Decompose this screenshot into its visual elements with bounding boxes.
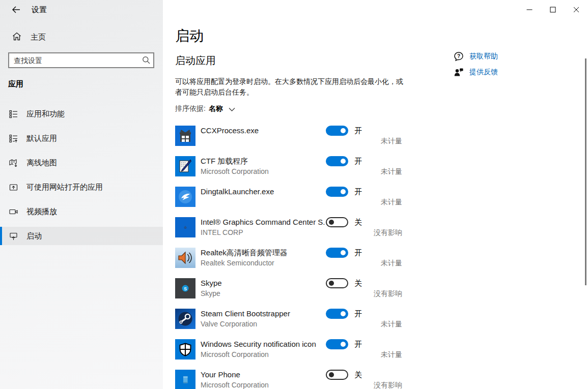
sort-dropdown[interactable]: 排序依据: 名称 — [175, 104, 235, 113]
apps-for-websites-icon — [9, 183, 18, 192]
impact-label: 未计量 — [381, 259, 402, 268]
page-title: 启动 — [175, 26, 204, 46]
app-row: Intel® Graphics Command Center S... INTE… — [175, 217, 402, 237]
default-apps-icon — [9, 134, 18, 143]
impact-label: 没有影响 — [374, 381, 402, 389]
back-arrow-icon — [12, 6, 20, 16]
your-phone-app-icon — [175, 370, 195, 389]
app-row: Steam Client Bootstrapper Valve Corporat… — [175, 309, 402, 329]
app-row: Realtek高清晰音频管理器 Realtek Semiconductor 开 … — [175, 248, 402, 268]
app-row: S Skype Skype 关 没有影响 — [175, 278, 402, 298]
toggle-knob — [341, 128, 346, 133]
realtek-audio-app-icon — [175, 248, 195, 268]
toggle-knob — [341, 189, 346, 194]
svg-text:S: S — [184, 286, 187, 291]
get-help-icon: ? — [453, 51, 464, 62]
sidebar-item-label: 默认应用 — [26, 134, 57, 143]
chevron-down-icon — [229, 105, 235, 113]
startup-toggle[interactable] — [326, 217, 348, 227]
sidebar-item-video-playback[interactable]: 视频播放 — [0, 202, 163, 221]
app-row: Your Phone Microsoft Corporation 关 没有影响 — [175, 370, 402, 389]
app-name: Realtek高清晰音频管理器 — [201, 248, 325, 258]
toggle-state-label: 开 — [354, 309, 362, 319]
startup-toggle[interactable] — [326, 339, 348, 349]
impact-label: 未计量 — [381, 350, 402, 360]
toggle-state-label: 开 — [354, 187, 362, 197]
sidebar-item-label: 应用和功能 — [26, 109, 65, 119]
feedback-link[interactable]: 提供反馈 — [453, 67, 498, 77]
app-publisher: Skype — [201, 289, 220, 298]
sort-value: 名称 — [209, 104, 223, 113]
minimize-icon — [526, 6, 533, 15]
sidebar-section-heading: 应用 — [8, 79, 23, 89]
app-publisher: Microsoft Corporation — [201, 350, 269, 359]
startup-icon — [9, 232, 18, 241]
ctf-loader-app-icon — [175, 156, 195, 176]
startup-toggle[interactable] — [326, 187, 348, 197]
search-box — [8, 52, 154, 68]
intel-gcc-app-icon — [175, 217, 195, 237]
sort-label: 排序依据: — [175, 104, 206, 113]
offline-maps-icon — [9, 159, 18, 167]
sidebar-item-startup[interactable]: 启动 — [0, 227, 163, 245]
toggle-state-label: 开 — [354, 157, 362, 166]
close-icon — [573, 6, 579, 15]
toggle-knob — [341, 311, 346, 316]
minimize-button[interactable] — [518, 0, 541, 20]
dingtalk-app-icon — [175, 187, 195, 207]
windows-security-app-icon — [175, 339, 195, 360]
startup-toggle[interactable] — [326, 156, 348, 166]
sidebar-item-offline-maps[interactable]: 离线地图 — [0, 154, 163, 172]
sidebar-item-apps-and-features[interactable]: 应用和功能 — [0, 105, 163, 123]
toggle-state-label: 开 — [354, 248, 362, 258]
maximize-button[interactable] — [541, 0, 565, 20]
get-help-label: 获取帮助 — [469, 52, 498, 61]
app-name: DingtalkLauncher.exe — [201, 187, 325, 197]
toggle-knob — [341, 159, 346, 164]
back-button[interactable] — [8, 4, 23, 18]
app-row: CTF 加载程序 Microsoft Corporation 开 未计量 — [175, 156, 402, 176]
sidebar-item-apps-for-websites[interactable]: 可使用网站打开的应用 — [0, 178, 163, 196]
startup-app-list: CCXProcess.exe 开 未计量 CTF 加载程序 Microsoft … — [175, 126, 402, 389]
video-playback-icon — [9, 207, 18, 216]
toggle-knob — [341, 250, 346, 255]
sidebar-item-label: 离线地图 — [26, 158, 57, 168]
feedback-label: 提供反馈 — [469, 68, 498, 77]
app-name: Your Phone — [201, 370, 325, 380]
impact-label: 未计量 — [381, 320, 402, 329]
page-description: 可以将应用配置为登录时启动。在大多数情况下应用启动后会最小化，或者可能只启动后台… — [175, 76, 407, 98]
startup-toggle[interactable] — [326, 248, 348, 258]
app-name: Skype — [201, 278, 325, 288]
app-publisher: Valve Corporation — [201, 319, 257, 328]
app-publisher: INTEL CORP — [201, 228, 243, 237]
close-button[interactable] — [565, 0, 588, 20]
toggle-state-label: 关 — [354, 279, 362, 288]
toggle-state-label: 开 — [354, 126, 362, 136]
feedback-icon — [453, 67, 464, 77]
startup-toggle[interactable] — [326, 126, 348, 136]
startup-toggle[interactable] — [326, 278, 348, 288]
app-name: Intel® Graphics Command Center S... — [201, 217, 325, 227]
startup-toggle[interactable] — [326, 370, 348, 380]
app-name: Steam Client Bootstrapper — [201, 309, 325, 319]
window-controls — [518, 0, 588, 20]
sidebar-item-home[interactable]: 主页 — [0, 28, 163, 46]
app-row: CCXProcess.exe 开 未计量 — [175, 126, 402, 146]
search-icon[interactable] — [142, 56, 150, 66]
toggle-knob — [341, 342, 346, 347]
search-input[interactable] — [8, 52, 154, 68]
sidebar: 设置 主页 应用 应用和功能 — [0, 0, 163, 389]
settings-window: 设置 主页 应用 应用和功能 — [0, 0, 588, 389]
section-title: 启动应用 — [175, 54, 216, 68]
scrollbar-thumb[interactable] — [585, 58, 586, 285]
ccxprocess-app-icon — [175, 126, 195, 146]
home-icon — [12, 32, 21, 43]
startup-toggle[interactable] — [326, 309, 348, 319]
toggle-state-label: 关 — [354, 218, 362, 227]
sidebar-item-default-apps[interactable]: 默认应用 — [0, 129, 163, 147]
app-row: Windows Security notification icon Micro… — [175, 339, 402, 360]
toggle-knob — [329, 220, 334, 225]
sidebar-item-label: 可使用网站打开的应用 — [26, 183, 103, 192]
impact-label: 没有影响 — [374, 289, 402, 298]
get-help-link[interactable]: ? 获取帮助 — [453, 51, 498, 62]
